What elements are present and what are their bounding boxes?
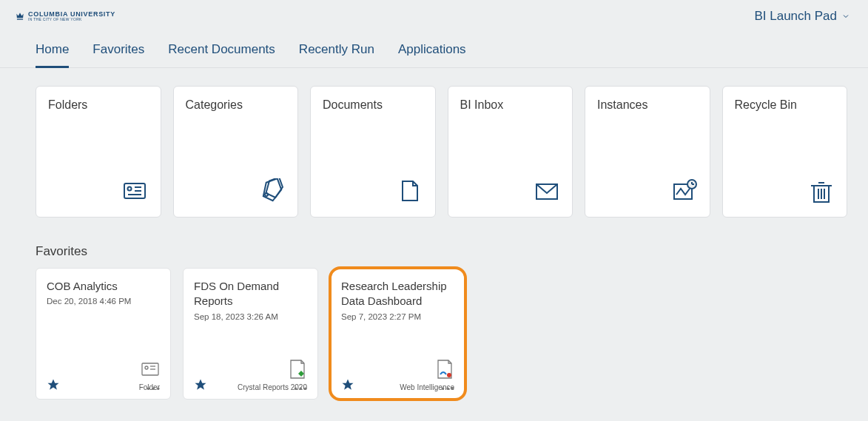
star-icon[interactable] — [341, 378, 354, 391]
crystal-icon — [288, 358, 307, 380]
tile-folders[interactable]: Folders — [36, 86, 161, 218]
tile-categories[interactable]: Categories — [173, 86, 299, 218]
favorite-card[interactable]: COB AnalyticsDec 20, 2018 4:46 PMFolder•… — [36, 268, 171, 400]
webi-icon — [435, 358, 454, 380]
tab-recently-run[interactable]: Recently Run — [299, 42, 374, 68]
tile-documents[interactable]: Documents — [310, 86, 436, 218]
chevron-down-icon — [841, 12, 850, 21]
tab-favorites[interactable]: Favorites — [92, 42, 144, 68]
tile-label: Categories — [186, 98, 286, 112]
tile-label: BI Inbox — [460, 98, 561, 112]
favorites-heading: Favorites — [0, 218, 868, 268]
tile-bi-inbox[interactable]: BI Inbox — [448, 86, 573, 218]
instances-icon — [671, 178, 698, 205]
favorites-row: COB AnalyticsDec 20, 2018 4:46 PMFolder•… — [0, 268, 868, 420]
tile-label: Recycle Bin — [735, 98, 835, 112]
tab-applications[interactable]: Applications — [398, 42, 466, 68]
tab-home[interactable]: Home — [36, 42, 69, 68]
tile-label: Instances — [597, 98, 698, 112]
org-logo: COLUMBIA UNIVERSITY IN THE CITY OF NEW Y… — [15, 11, 115, 21]
favorite-title: Research Leadership Data Dashboard — [341, 279, 454, 309]
star-icon[interactable] — [194, 378, 207, 391]
favorite-date: Dec 20, 2018 4:46 PM — [47, 297, 160, 306]
tile-instances[interactable]: Instances — [585, 86, 710, 218]
more-menu-icon[interactable]: ••• — [294, 383, 309, 394]
tile-label: Documents — [323, 98, 423, 112]
favorite-card[interactable]: Research Leadership Data DashboardSep 7,… — [330, 268, 465, 400]
favorite-card[interactable]: FDS On Demand ReportsSep 18, 2023 3:26 A… — [183, 268, 318, 400]
tile-recycle-bin[interactable]: Recycle Bin — [722, 86, 848, 218]
tile-label: Folders — [48, 98, 149, 112]
folder-mini-icon — [141, 358, 160, 380]
envelope-icon — [534, 178, 560, 205]
org-name-sub: IN THE CITY OF NEW YORK — [28, 18, 115, 21]
tab-recent-documents[interactable]: Recent Documents — [168, 42, 275, 68]
tab-bar: HomeFavoritesRecent DocumentsRecently Ru… — [0, 33, 868, 68]
tile-row: FoldersCategoriesDocumentsBI InboxInstan… — [0, 68, 868, 218]
star-icon[interactable] — [47, 378, 60, 391]
more-menu-icon[interactable]: ••• — [441, 383, 456, 394]
page-icon — [397, 178, 423, 205]
favorite-date: Sep 18, 2023 3:26 AM — [194, 312, 307, 321]
tag-icon — [259, 178, 286, 205]
folder-card-icon — [122, 178, 149, 205]
app-title: BI Launch Pad — [754, 9, 837, 24]
favorite-title: COB Analytics — [47, 279, 160, 294]
trash-icon — [808, 178, 835, 205]
app-switcher[interactable]: BI Launch Pad — [754, 9, 850, 24]
favorite-date: Sep 7, 2023 2:27 PM — [341, 312, 454, 321]
favorite-title: FDS On Demand Reports — [194, 279, 307, 309]
more-menu-icon[interactable]: ••• — [147, 383, 161, 394]
crown-icon — [15, 11, 25, 21]
